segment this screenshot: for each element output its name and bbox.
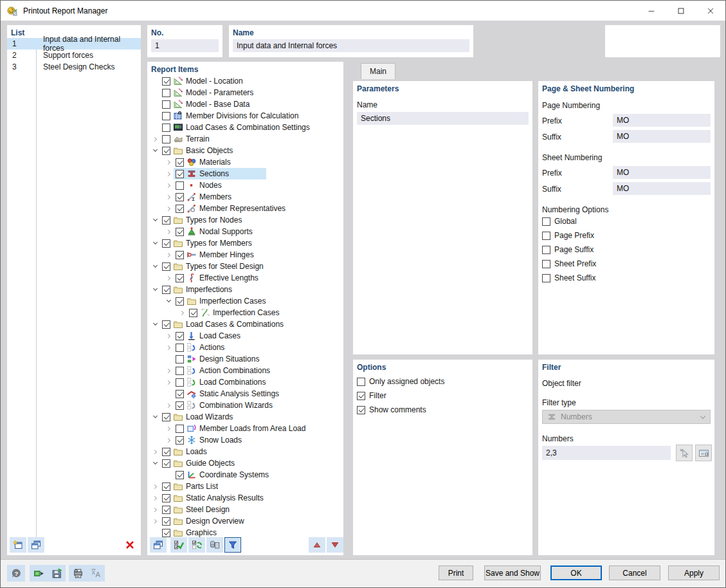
tree-checkbox[interactable] [162, 100, 170, 109]
tree-checkbox[interactable] [162, 147, 170, 155]
check-all-button[interactable] [170, 537, 187, 553]
tree-expander[interactable] [164, 434, 174, 446]
tree-checkbox[interactable] [176, 274, 184, 282]
tree-item[interactable]: Parts List [149, 481, 342, 492]
minimize-button[interactable] [637, 1, 666, 21]
tree-expander[interactable] [164, 272, 174, 284]
tree-checkbox[interactable] [162, 529, 170, 537]
ok-button[interactable]: OK [550, 565, 602, 580]
tree-item[interactable]: Nodal Supports [149, 226, 342, 237]
tree-expander[interactable] [164, 203, 174, 214]
close-button[interactable] [696, 1, 725, 21]
tree-item[interactable]: Model - Location [149, 75, 342, 87]
tree-item[interactable]: Load Cases & Combination Settings [149, 122, 342, 133]
tree-expander[interactable] [164, 191, 174, 203]
tree-expander[interactable] [150, 284, 160, 295]
tree-checkbox[interactable] [176, 471, 184, 479]
tree-expander[interactable] [164, 423, 174, 434]
tree-checkbox[interactable] [176, 355, 184, 363]
tree-expander[interactable] [150, 481, 160, 492]
tree-checkbox[interactable] [162, 413, 170, 421]
tree-checkbox[interactable] [176, 367, 184, 375]
tree-expander[interactable] [164, 168, 174, 179]
pick-objects-button[interactable] [676, 445, 693, 461]
parameter-name-input[interactable] [357, 112, 529, 125]
save-config-button[interactable] [48, 565, 66, 582]
page-prefix-input[interactable] [613, 114, 711, 127]
cascade-windows-button[interactable] [150, 537, 167, 553]
move-up-button[interactable] [309, 537, 325, 553]
tree-checkbox[interactable] [176, 332, 184, 340]
apply-button[interactable]: Apply [668, 565, 720, 580]
tree-expander[interactable] [150, 492, 160, 504]
tree-expander[interactable] [164, 249, 174, 261]
tree-item[interactable]: Sections [149, 168, 342, 179]
tree-checkbox[interactable] [176, 158, 184, 167]
tree-checkbox[interactable] [176, 228, 184, 236]
tree-item[interactable]: Action Combinations [149, 365, 342, 376]
tree-expander[interactable] [164, 226, 174, 237]
tree-item[interactable]: Types for Members [149, 237, 342, 249]
tree-item[interactable]: Member Representatives [149, 203, 342, 214]
tree-item[interactable]: Model - Base Data [149, 98, 342, 110]
tree-item[interactable]: Member Divisions for Calculation [149, 110, 342, 122]
tree-checkbox[interactable] [162, 135, 170, 143]
tree-item[interactable]: Imperfection Cases [149, 307, 342, 318]
tree-checkbox[interactable] [176, 344, 184, 352]
open-config-button[interactable] [30, 565, 48, 582]
tree-expander[interactable] [164, 156, 174, 168]
tree-item[interactable]: Nodes [149, 179, 342, 191]
tree-checkbox[interactable] [176, 205, 184, 213]
tree-expander[interactable] [150, 133, 160, 145]
copy-report-button[interactable] [28, 537, 44, 553]
tree-item[interactable]: Guide Objects [149, 457, 342, 469]
tree-item[interactable]: Load Cases & Combinations [149, 318, 342, 330]
tree-expander[interactable] [164, 179, 174, 191]
tree-checkbox[interactable] [162, 124, 170, 132]
tree-item[interactable]: Snow Loads [149, 434, 342, 446]
checkbox-global[interactable] [542, 217, 550, 226]
tree-expander[interactable] [150, 457, 160, 469]
checkbox-show-comments[interactable] [357, 406, 365, 414]
name-input[interactable] [233, 39, 469, 52]
tree-checkbox[interactable] [162, 459, 170, 468]
tree-item[interactable]: Member Hinges [149, 249, 342, 261]
tree-item[interactable]: Imperfections [149, 284, 342, 295]
checkbox-page-suffix[interactable] [542, 246, 550, 254]
sheet-prefix-input[interactable] [613, 166, 711, 179]
tree-expander[interactable] [164, 342, 174, 353]
tree-item[interactable]: Types for Nodes [149, 214, 342, 226]
new-report-button[interactable] [10, 537, 26, 553]
tree-item[interactable]: Design Overview [149, 515, 342, 527]
tree-checkbox[interactable] [176, 401, 184, 410]
tree-expander[interactable] [150, 214, 160, 226]
filter-button[interactable] [224, 537, 241, 553]
maximize-button[interactable] [666, 1, 696, 21]
tree-item[interactable]: Load Combinations [149, 376, 342, 388]
checkbox-page-prefix[interactable] [542, 232, 550, 240]
tree-checkbox[interactable] [176, 170, 184, 178]
tree-item[interactable]: Steel Design [149, 504, 342, 515]
tree-item[interactable]: Static Analysis Settings [149, 388, 342, 400]
tree-item[interactable]: Actions [149, 342, 342, 353]
tree-expander[interactable] [164, 400, 174, 411]
tree-checkbox[interactable] [162, 77, 170, 86]
tree-item[interactable]: Load Wizards [149, 411, 342, 423]
tree-checkbox[interactable] [162, 506, 170, 514]
checkbox-sheet-prefix[interactable] [542, 260, 550, 268]
tree-item[interactable]: Member Loads from Area Load [149, 423, 342, 434]
tree-checkbox[interactable] [162, 262, 170, 271]
tree-checkbox[interactable] [176, 193, 184, 201]
tree-expander[interactable] [150, 411, 160, 423]
tree-checkbox[interactable] [189, 309, 197, 317]
tree-checkbox[interactable] [162, 320, 170, 329]
checkbox-only-assigned-objects[interactable] [357, 378, 365, 386]
tree-checkbox[interactable] [176, 181, 184, 190]
tree-item[interactable]: Effective Lengths [149, 272, 342, 284]
tree-checkbox[interactable] [162, 517, 170, 526]
tree-item[interactable]: Terrain [149, 133, 342, 145]
save-and-show-button[interactable]: Save and Show [484, 565, 541, 580]
checkbox-sheet-suffix[interactable] [542, 274, 550, 282]
numbers-input[interactable] [542, 446, 671, 460]
page-suffix-input[interactable] [613, 130, 711, 143]
